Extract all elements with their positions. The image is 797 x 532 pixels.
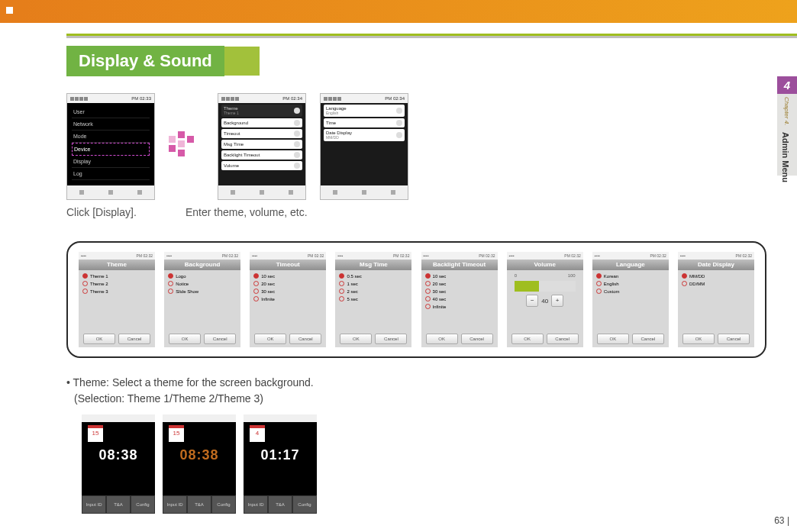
radio-option[interactable]: Korean <box>596 273 665 279</box>
panel-title: Background <box>164 260 240 270</box>
settings-row[interactable]: Volume <box>221 161 302 170</box>
home-button[interactable]: Config <box>292 495 317 514</box>
radio-option[interactable]: Theme 3 <box>82 289 151 294</box>
chapter-number: 4 <box>777 76 797 94</box>
settings-row[interactable]: Date DisplayMM/DD <box>324 129 405 141</box>
chapter-title: Admin Menu <box>781 132 790 182</box>
home-button[interactable]: Input ID <box>82 495 106 514</box>
radio-option[interactable]: 20 sec <box>253 281 322 286</box>
home-button[interactable]: T&A <box>268 495 292 514</box>
radio-option[interactable]: Logo <box>168 273 237 279</box>
home-button[interactable]: Config <box>131 495 155 514</box>
cancel-button[interactable]: Cancel <box>632 334 664 344</box>
cancel-button[interactable]: Cancel <box>375 334 407 344</box>
settings-row[interactable]: Background <box>221 118 302 127</box>
radio-option[interactable]: 10 sec <box>425 273 494 279</box>
panel-title: Theme <box>79 260 155 270</box>
theme-thumbnail: 401:17Input IDT&AConfig <box>244 414 317 514</box>
radio-option[interactable]: 1 sec <box>339 281 408 286</box>
radio-option[interactable]: 30 sec <box>425 289 494 294</box>
ok-button[interactable]: OK <box>597 334 629 344</box>
clock: PM 02:34 <box>385 96 405 101</box>
radio-option[interactable]: 30 sec <box>253 289 322 294</box>
radio-option[interactable]: 20 sec <box>425 281 494 286</box>
cancel-button[interactable]: Cancel <box>461 334 493 344</box>
settings-row[interactable]: Backlight Timeout <box>221 150 302 160</box>
screenshot-step1: PM 02:33 UserNetworkModeDeviceDisplayLog <box>66 93 155 200</box>
ok-button[interactable]: OK <box>511 334 544 344</box>
screenshot-step2b: PM 02:34 LanguageEnglishTimeDate Display… <box>320 93 408 200</box>
settings-row[interactable]: Timeout <box>221 129 302 138</box>
menu-item[interactable]: Mode <box>72 131 150 143</box>
menu-item[interactable]: Log <box>72 168 150 180</box>
ok-button[interactable]: OK <box>254 334 286 344</box>
theme-thumbnail: 1508:38Input IDT&AConfig <box>82 414 155 514</box>
menu-item[interactable]: Display <box>72 156 150 168</box>
settings-row[interactable]: Time <box>324 118 405 127</box>
radio-option[interactable]: Slide Show <box>168 289 237 294</box>
detail-screenshot: ▪▪▪▪PM 02:32Volume0100−40+OKCancel <box>507 252 583 347</box>
radio-option[interactable]: English <box>596 281 665 286</box>
radio-option[interactable]: Theme 1 <box>82 273 151 279</box>
radio-option[interactable]: 0.5 sec <box>339 273 408 279</box>
radio-option[interactable]: 40 sec <box>425 296 494 301</box>
home-button[interactable]: T&A <box>106 495 131 514</box>
radio-option[interactable]: 2 sec <box>339 289 408 294</box>
menu-item[interactable]: User <box>72 106 150 118</box>
ok-button[interactable]: OK <box>169 334 201 344</box>
settings-row[interactable]: LanguageEnglish <box>324 105 405 117</box>
section-accent <box>224 47 260 76</box>
radio-option[interactable]: MM/DD <box>682 273 750 279</box>
detail-screenshot: ▪▪▪▪PM 02:32Date DisplayMM/DDDD/MMOKCanc… <box>678 252 754 347</box>
section-heading: Display & Sound <box>66 46 766 76</box>
ok-button[interactable]: OK <box>340 334 372 344</box>
arrow-icon <box>169 131 204 162</box>
section-title: Display & Sound <box>66 46 224 76</box>
radio-option[interactable]: DD/MM <box>682 281 750 286</box>
detail-screenshot: ▪▪▪▪PM 02:32ThemeTheme 1Theme 2Theme 3OK… <box>79 252 155 347</box>
cancel-button[interactable]: Cancel <box>289 334 321 344</box>
radio-option[interactable]: 5 sec <box>339 296 408 301</box>
home-button[interactable]: T&A <box>187 495 211 514</box>
detail-screenshot: ▪▪▪▪PM 02:32LanguageKoreanEnglishCustomO… <box>592 252 669 347</box>
cancel-button[interactable]: Cancel <box>118 334 150 344</box>
chapter-label-box: Chapter 4. Admin Menu <box>777 94 797 176</box>
panel-title: Msg Time <box>335 260 411 270</box>
panel-title: Language <box>592 260 669 270</box>
top-gradient-bar <box>0 0 797 23</box>
home-button[interactable]: Config <box>211 495 236 514</box>
ok-button[interactable]: OK <box>426 334 458 344</box>
ok-button[interactable]: OK <box>83 334 115 344</box>
radio-option[interactable]: Notice <box>168 281 237 286</box>
corner-square <box>6 7 13 14</box>
radio-option[interactable]: Infinite <box>253 296 322 301</box>
home-button[interactable]: Input ID <box>244 495 268 514</box>
radio-option[interactable]: Custom <box>596 289 665 294</box>
ok-button[interactable]: OK <box>682 334 715 344</box>
caption-step2: Enter theme, volume, etc. <box>186 206 308 218</box>
page-number: 63 | <box>774 515 789 526</box>
radio-option[interactable]: Theme 2 <box>82 281 151 286</box>
volume-plus[interactable]: + <box>551 295 563 307</box>
panel-title: Volume <box>507 260 583 270</box>
volume-minus[interactable]: − <box>526 295 538 307</box>
cancel-button[interactable]: Cancel <box>547 334 579 344</box>
clock: PM 02:34 <box>282 96 302 101</box>
radio-option[interactable]: Infinite <box>425 304 494 309</box>
note-line1: • Theme: Select a theme for the screen b… <box>66 375 766 391</box>
detail-screenshot: ▪▪▪▪PM 02:32Timeout10 sec20 sec30 secInf… <box>250 252 326 347</box>
home-button[interactable]: Input ID <box>163 495 187 514</box>
detail-frame: ▪▪▪▪PM 02:32ThemeTheme 1Theme 2Theme 3OK… <box>66 241 766 358</box>
panel-title: Backlight Timeout <box>421 260 498 270</box>
settings-row[interactable]: ThemeTheme 1 <box>221 105 302 117</box>
cancel-button[interactable]: Cancel <box>204 334 236 344</box>
green-divider-shadow <box>66 36 797 38</box>
detail-screenshot: ▪▪▪▪PM 02:32BackgroundLogoNoticeSlide Sh… <box>164 252 240 347</box>
settings-row[interactable]: Msg Time <box>221 140 302 149</box>
note-line2: (Selection: Theme 1/Theme 2/Theme 3) <box>74 391 766 407</box>
menu-item[interactable]: Device <box>72 143 150 156</box>
radio-option[interactable]: 10 sec <box>253 273 322 279</box>
cancel-button[interactable]: Cancel <box>718 334 750 344</box>
menu-item[interactable]: Network <box>72 118 150 131</box>
panel-title: Date Display <box>678 260 754 270</box>
